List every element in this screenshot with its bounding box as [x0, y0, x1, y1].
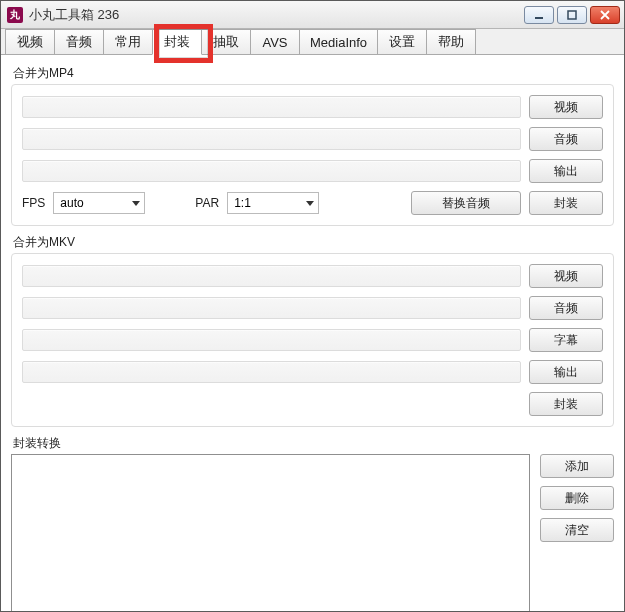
panel-convert: 添加 删除 清空	[11, 454, 614, 611]
close-icon	[600, 10, 610, 20]
mkv-video-button[interactable]: 视频	[529, 264, 603, 288]
tab-label: 帮助	[438, 33, 464, 51]
tab-avs[interactable]: AVS	[250, 29, 300, 54]
chevron-down-icon	[132, 201, 140, 206]
group-label-mkv: 合并为MKV	[13, 234, 614, 251]
svg-rect-0	[535, 17, 543, 19]
tab-mediainfo[interactable]: MediaInfo	[299, 29, 378, 54]
maximize-button[interactable]	[557, 6, 587, 24]
mkv-subtitle-input[interactable]	[22, 329, 521, 351]
tab-label: 封装	[164, 33, 190, 51]
window-controls	[524, 6, 620, 24]
tab-mux[interactable]: 封装	[152, 29, 202, 55]
tab-common[interactable]: 常用	[103, 29, 153, 54]
convert-list[interactable]	[11, 454, 530, 611]
minimize-icon	[534, 10, 544, 20]
replace-audio-button[interactable]: 替换音频	[411, 191, 521, 215]
tab-label: 抽取	[213, 33, 239, 51]
mkv-audio-input[interactable]	[22, 297, 521, 319]
window: 丸 小丸工具箱 236 视频 音频 常用 封装 抽取 AVS MediaInfo…	[0, 0, 625, 612]
tab-label: 视频	[17, 33, 43, 51]
par-combo[interactable]: 1:1	[227, 192, 319, 214]
tab-label: 音频	[66, 33, 92, 51]
mkv-audio-button[interactable]: 音频	[529, 296, 603, 320]
tab-demux[interactable]: 抽取	[201, 29, 251, 54]
tab-label: AVS	[262, 35, 287, 50]
fps-label: FPS	[22, 196, 45, 210]
mkv-mux-button[interactable]: 封装	[529, 392, 603, 416]
fps-value: auto	[60, 196, 83, 210]
par-label: PAR	[195, 196, 219, 210]
titlebar: 丸 小丸工具箱 236	[1, 1, 624, 29]
mp4-video-button[interactable]: 视频	[529, 95, 603, 119]
tab-settings[interactable]: 设置	[377, 29, 427, 54]
mp4-audio-button[interactable]: 音频	[529, 127, 603, 151]
mkv-output-input[interactable]	[22, 361, 521, 383]
panel-mkv: 视频 音频 字幕 输出 封装	[11, 253, 614, 427]
convert-remove-button[interactable]: 删除	[540, 486, 614, 510]
minimize-button[interactable]	[524, 6, 554, 24]
window-title: 小丸工具箱 236	[29, 6, 119, 24]
mkv-video-input[interactable]	[22, 265, 521, 287]
close-button[interactable]	[590, 6, 620, 24]
tab-label: 设置	[389, 33, 415, 51]
mp4-output-button[interactable]: 输出	[529, 159, 603, 183]
group-label-mp4: 合并为MP4	[13, 65, 614, 82]
tab-label: MediaInfo	[310, 35, 367, 50]
tab-help[interactable]: 帮助	[426, 29, 476, 54]
convert-add-button[interactable]: 添加	[540, 454, 614, 478]
tab-video[interactable]: 视频	[5, 29, 55, 54]
mp4-output-input[interactable]	[22, 160, 521, 182]
mkv-subtitle-button[interactable]: 字幕	[529, 328, 603, 352]
mp4-mux-button[interactable]: 封装	[529, 191, 603, 215]
group-label-convert: 封装转换	[13, 435, 614, 452]
fps-combo[interactable]: auto	[53, 192, 145, 214]
convert-clear-button[interactable]: 清空	[540, 518, 614, 542]
mp4-video-input[interactable]	[22, 96, 521, 118]
tab-audio[interactable]: 音频	[54, 29, 104, 54]
tabstrip: 视频 音频 常用 封装 抽取 AVS MediaInfo 设置 帮助	[1, 29, 624, 55]
mkv-output-button[interactable]: 输出	[529, 360, 603, 384]
maximize-icon	[567, 10, 577, 20]
chevron-down-icon	[306, 201, 314, 206]
par-value: 1:1	[234, 196, 251, 210]
client-area: 合并为MP4 视频 音频 输出 FPS auto PAR	[1, 55, 624, 611]
tab-label: 常用	[115, 33, 141, 51]
svg-rect-1	[568, 11, 576, 19]
panel-mp4: 视频 音频 输出 FPS auto PAR 1:1	[11, 84, 614, 226]
app-logo-icon: 丸	[7, 7, 23, 23]
mp4-audio-input[interactable]	[22, 128, 521, 150]
